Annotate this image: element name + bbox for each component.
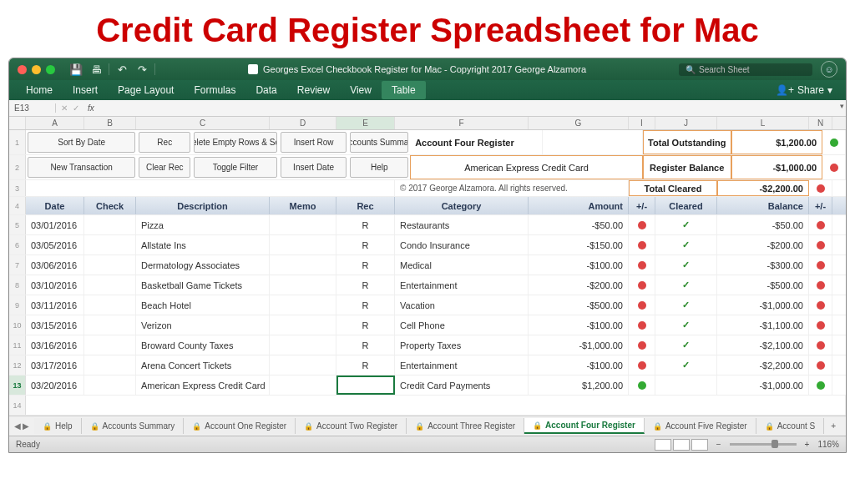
sheet-nav-next-icon[interactable]: ▶: [23, 421, 29, 431]
cell-amount[interactable]: -$1,000.00: [529, 335, 629, 355]
sheet-tab[interactable]: 🔒Help: [34, 418, 82, 434]
col-C[interactable]: C: [136, 117, 270, 129]
toggle-filter-button[interactable]: Toggle Filter: [194, 157, 277, 178]
sheet-tab[interactable]: 🔒Account S: [756, 418, 825, 434]
cell-description[interactable]: Allstate Ins: [136, 235, 270, 255]
th-cleared[interactable]: Cleared: [655, 197, 717, 214]
tab-data[interactable]: Data: [245, 81, 286, 99]
cell-description[interactable]: Broward County Taxes: [136, 335, 270, 355]
cell-description[interactable]: Pizza: [136, 215, 270, 234]
cell-category[interactable]: Entertainment: [395, 275, 529, 295]
normal-view-icon[interactable]: [655, 439, 671, 451]
cell-amount[interactable]: -$100.00: [529, 355, 629, 375]
maximize-icon[interactable]: [46, 65, 55, 74]
print-icon[interactable]: 🖶: [89, 62, 104, 77]
cell-check[interactable]: [84, 235, 136, 255]
zoom-in-icon[interactable]: +: [805, 440, 810, 449]
accounts-summary-button[interactable]: Accounts Summary: [350, 132, 408, 153]
cell-rec[interactable]: R: [336, 215, 395, 234]
cell-category[interactable]: Restaurants: [395, 215, 529, 234]
close-icon[interactable]: [18, 65, 27, 74]
cell-rec[interactable]: R: [336, 315, 395, 335]
cell-amount[interactable]: -$50.00: [529, 215, 629, 234]
cell-check[interactable]: [84, 295, 136, 315]
cell-amount[interactable]: $1,200.00: [529, 375, 629, 395]
cell-date[interactable]: 03/16/2016: [26, 335, 84, 355]
th-check[interactable]: Check: [84, 197, 136, 214]
cell-category[interactable]: Property Taxes: [395, 335, 529, 355]
cell-check[interactable]: [84, 315, 136, 335]
cell-cleared[interactable]: ✓: [655, 315, 717, 335]
sheet-tab[interactable]: 🔒Account Four Register: [524, 418, 645, 434]
cell-cleared[interactable]: ✓: [655, 275, 717, 295]
zoom-level[interactable]: 116%: [817, 440, 839, 449]
cell-description[interactable]: Verizon: [136, 315, 270, 335]
tab-table[interactable]: Table: [382, 81, 426, 99]
tab-review[interactable]: Review: [287, 81, 340, 99]
cell-amount[interactable]: -$200.00: [529, 275, 629, 295]
cell-amount[interactable]: -$500.00: [529, 295, 629, 315]
cell-category[interactable]: Medical: [395, 255, 529, 275]
formula-expand-icon[interactable]: ▾: [840, 102, 844, 110]
cell-category[interactable]: Condo Insurance: [395, 235, 529, 255]
sheet-tab[interactable]: 🔒Account One Register: [184, 418, 296, 434]
col-J[interactable]: J: [655, 117, 717, 129]
cell-amount[interactable]: -$150.00: [529, 235, 629, 255]
cell-memo[interactable]: [270, 375, 336, 395]
cell-description[interactable]: Beach Hotel: [136, 295, 270, 315]
cell-date[interactable]: 03/17/2016: [26, 355, 84, 375]
cell-category[interactable]: Entertainment: [395, 355, 529, 375]
cell-category[interactable]: Credit Card Payments: [395, 375, 529, 395]
search-input[interactable]: 🔍 Search Sheet: [679, 63, 812, 76]
cell-date[interactable]: 03/11/2016: [26, 295, 84, 315]
fx-icon[interactable]: fx: [84, 103, 94, 113]
cell-rec[interactable]: R: [336, 295, 395, 315]
cell-category[interactable]: Cell Phone: [395, 315, 529, 335]
sheet-tab[interactable]: 🔒Account Two Register: [296, 418, 407, 434]
help-button[interactable]: Help: [350, 157, 408, 178]
minimize-icon[interactable]: [32, 65, 41, 74]
name-box[interactable]: E13: [9, 103, 56, 113]
confirm-icon[interactable]: ✓: [73, 103, 79, 113]
tab-insert[interactable]: Insert: [63, 81, 108, 99]
user-menu-icon[interactable]: ☺: [821, 61, 837, 78]
cell-description[interactable]: American Express Credit Card: [136, 375, 270, 395]
col-D[interactable]: D: [270, 117, 336, 129]
cell-memo[interactable]: [270, 335, 336, 355]
cell-date[interactable]: 03/10/2016: [26, 275, 84, 295]
th-memo[interactable]: Memo: [270, 197, 336, 214]
cell-check[interactable]: [84, 355, 136, 375]
page-layout-view-icon[interactable]: [673, 439, 690, 451]
cell-cleared[interactable]: [655, 375, 717, 395]
rec-button[interactable]: Rec: [139, 132, 190, 153]
clear-rec-button[interactable]: Clear Rec: [139, 157, 190, 178]
tab-page-layout[interactable]: Page Layout: [108, 81, 184, 99]
cell-check[interactable]: [84, 375, 136, 395]
share-button[interactable]: 👤+Share ▾: [776, 84, 839, 96]
cell-cleared[interactable]: ✓: [655, 335, 717, 355]
sheet-tab[interactable]: 🔒Account Five Register: [645, 418, 756, 434]
page-break-view-icon[interactable]: [691, 439, 708, 451]
col-B[interactable]: B: [84, 117, 136, 129]
col-G[interactable]: G: [529, 117, 629, 129]
cell-date[interactable]: 03/06/2016: [26, 255, 84, 275]
cell-cleared[interactable]: ✓: [655, 355, 717, 375]
cell-check[interactable]: [84, 275, 136, 295]
cell-date[interactable]: 03/15/2016: [26, 315, 84, 335]
cell-cleared[interactable]: ✓: [655, 255, 717, 275]
cell-cleared[interactable]: ✓: [655, 235, 717, 255]
th-category[interactable]: Category: [395, 197, 529, 214]
cell-date[interactable]: 03/20/2016: [26, 375, 84, 395]
th-balance[interactable]: Balance: [717, 197, 809, 214]
save-icon[interactable]: 💾: [68, 62, 83, 77]
th-date[interactable]: Date: [26, 197, 84, 214]
delete-empty-button[interactable]: Delete Empty Rows & Sort: [194, 132, 277, 153]
zoom-slider[interactable]: [730, 443, 797, 446]
sheet-nav-prev-icon[interactable]: ◀: [14, 421, 21, 431]
cell-check[interactable]: [84, 335, 136, 355]
insert-date-button[interactable]: Insert Date: [281, 157, 347, 178]
col-I[interactable]: I: [629, 117, 655, 129]
add-sheet-button[interactable]: +: [824, 419, 842, 433]
cell-rec[interactable]: R: [336, 275, 395, 295]
cell-memo[interactable]: [270, 275, 336, 295]
